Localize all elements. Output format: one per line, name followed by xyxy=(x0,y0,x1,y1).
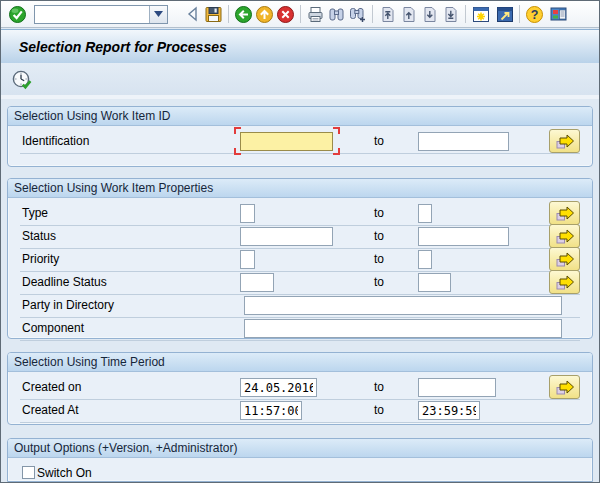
section-work-item-properties: Selection Using Work Item Properties Typ… xyxy=(7,178,593,339)
field-label: Created At xyxy=(22,403,79,417)
section-time-period: Selection Using Time Period Created on t… xyxy=(7,352,593,425)
back-icon[interactable] xyxy=(233,4,254,25)
page-down-icon[interactable] xyxy=(419,4,440,25)
enter-icon[interactable] xyxy=(7,4,28,25)
switch-on-checkbox[interactable] xyxy=(22,466,35,479)
standard-toolbar: ? xyxy=(1,1,599,28)
form-row-component: Component xyxy=(20,318,580,341)
toolbar-separator xyxy=(228,5,229,23)
cancel-icon[interactable] xyxy=(275,4,296,25)
customize-layout-icon[interactable] xyxy=(548,4,569,25)
focus-corner xyxy=(234,148,241,155)
toolbar-separator xyxy=(300,5,301,23)
field-label: Deadline Status xyxy=(22,275,107,289)
form-row-status: Status to xyxy=(20,226,580,249)
field-label: Status xyxy=(22,229,56,243)
application-toolbar xyxy=(1,63,599,99)
to-label: to xyxy=(374,380,384,394)
multiple-selection-button[interactable] xyxy=(549,129,580,153)
type-input[interactable] xyxy=(240,204,255,223)
to-label: to xyxy=(374,134,384,148)
multi-select-arrow-icon xyxy=(554,205,576,222)
field-label: Party in Directory xyxy=(22,298,114,312)
deadline-status-to-input[interactable] xyxy=(418,273,451,292)
component-input[interactable] xyxy=(244,319,562,338)
field-label: Type xyxy=(22,206,48,220)
execute-icon xyxy=(11,69,34,92)
identification-input[interactable] xyxy=(240,132,333,151)
multiple-selection-button[interactable] xyxy=(549,375,580,399)
deadline-status-input[interactable] xyxy=(240,273,274,292)
multi-select-arrow-icon xyxy=(554,133,576,150)
exit-icon[interactable] xyxy=(254,4,275,25)
created-at-input[interactable] xyxy=(240,401,302,420)
sap-window: ? Selection Report for Processes Selecti… xyxy=(0,0,600,483)
focus-corner xyxy=(333,148,340,155)
to-label: to xyxy=(374,275,384,289)
form-row-party-in-directory: Party in Directory xyxy=(20,295,580,318)
new-session-icon[interactable] xyxy=(470,4,491,25)
form-row-identification: Identification to xyxy=(20,131,580,154)
screen-title-bar: Selection Report for Processes xyxy=(1,29,599,63)
form-row-switch-on: Switch On xyxy=(20,463,580,483)
find-icon[interactable] xyxy=(326,4,347,25)
form-row-created-on: Created on to xyxy=(20,377,580,400)
execute-button[interactable] xyxy=(10,68,34,92)
create-shortcut-icon[interactable] xyxy=(494,4,515,25)
party-in-directory-input[interactable] xyxy=(244,296,562,315)
find-next-icon[interactable] xyxy=(347,4,368,25)
multiple-selection-button[interactable] xyxy=(549,201,580,225)
last-page-icon[interactable] xyxy=(440,4,461,25)
field-label: Priority xyxy=(22,252,59,266)
command-dropdown-button[interactable] xyxy=(149,6,167,23)
section-header: Output Options (+Version, +Administrator… xyxy=(8,439,592,458)
section-header: Selection Using Time Period xyxy=(8,353,592,372)
multiple-selection-button[interactable] xyxy=(549,270,580,294)
created-at-to-input[interactable] xyxy=(418,401,480,420)
multi-select-arrow-icon xyxy=(554,228,576,245)
to-label: to xyxy=(374,252,384,266)
priority-to-input[interactable] xyxy=(418,250,432,269)
screen-title: Selection Report for Processes xyxy=(19,39,227,55)
form-row-deadline-status: Deadline Status to xyxy=(20,272,580,295)
toolbar-separator xyxy=(372,5,373,23)
focus-corner xyxy=(333,127,340,134)
field-label: Created on xyxy=(22,380,81,394)
help-icon[interactable]: ? xyxy=(524,4,545,25)
form-row-type: Type to xyxy=(20,203,580,226)
multi-select-arrow-icon xyxy=(554,251,576,268)
command-field[interactable] xyxy=(34,5,168,24)
multiple-selection-button[interactable] xyxy=(549,247,580,271)
status-to-input[interactable] xyxy=(418,227,509,246)
page-up-icon[interactable] xyxy=(398,4,419,25)
checkbox-label: Switch On xyxy=(37,466,92,480)
created-on-to-input[interactable] xyxy=(418,378,496,397)
svg-text:?: ? xyxy=(531,8,539,22)
section-work-item-id: Selection Using Work Item ID Identificat… xyxy=(7,106,593,167)
toolbar-separator xyxy=(465,5,466,23)
form-row-created-at: Created At to xyxy=(20,400,580,423)
focus-corner xyxy=(234,127,241,134)
section-header: Selection Using Work Item Properties xyxy=(8,179,592,198)
to-label: to xyxy=(374,229,384,243)
field-label: Component xyxy=(22,321,84,335)
collapse-command-icon[interactable] xyxy=(182,4,203,25)
status-input[interactable] xyxy=(240,227,333,246)
created-on-input[interactable] xyxy=(240,378,317,397)
print-icon[interactable] xyxy=(305,4,326,25)
multi-select-arrow-icon xyxy=(554,379,576,396)
field-label: Identification xyxy=(22,134,89,148)
first-page-icon[interactable] xyxy=(377,4,398,25)
multiple-selection-button[interactable] xyxy=(549,224,580,248)
section-output-options: Output Options (+Version, +Administrator… xyxy=(7,438,593,482)
priority-input[interactable] xyxy=(240,250,255,269)
identification-to-input[interactable] xyxy=(418,132,509,151)
form-row-priority: Priority to xyxy=(20,249,580,272)
multi-select-arrow-icon xyxy=(554,274,576,291)
section-header: Selection Using Work Item ID xyxy=(8,107,592,126)
toolbar-separator xyxy=(519,5,520,23)
command-input[interactable] xyxy=(35,7,149,22)
save-icon[interactable] xyxy=(203,4,224,25)
type-to-input[interactable] xyxy=(418,204,432,223)
to-label: to xyxy=(374,403,384,417)
